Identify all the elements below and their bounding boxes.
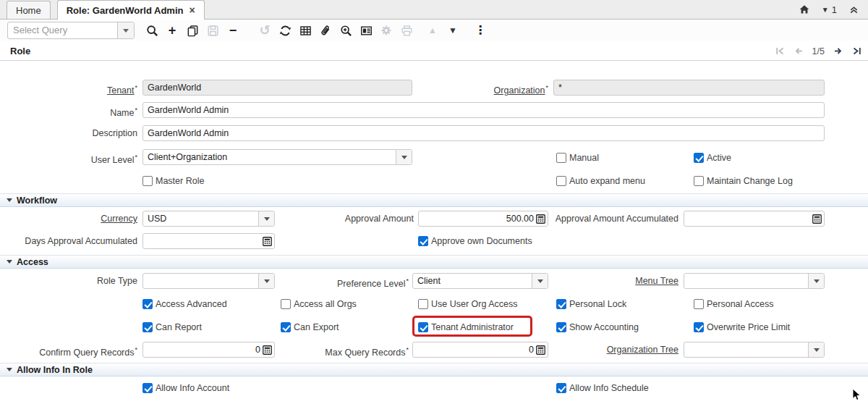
- checkbox-allow-info-schedule[interactable]: Allow Info Schedule: [556, 382, 649, 394]
- record-info-button[interactable]: [356, 21, 376, 40]
- checkbox-tenant-administrator[interactable]: Tenant Administrator: [418, 321, 514, 333]
- tab-role-label: Role: GardenWorld Admin: [67, 5, 184, 16]
- last-record-icon[interactable]: [851, 46, 862, 56]
- checkbox-personal-access[interactable]: Personal Access: [694, 298, 773, 310]
- checkbox-box[interactable]: [694, 153, 704, 163]
- refresh-button[interactable]: [275, 21, 295, 40]
- checkbox-box[interactable]: [694, 322, 704, 332]
- checkbox-box[interactable]: [418, 299, 428, 309]
- checkbox-box[interactable]: [694, 299, 704, 309]
- close-tab-icon[interactable]: ×: [189, 5, 195, 15]
- attachment-button[interactable]: [315, 21, 336, 40]
- gear-icon: [380, 25, 392, 36]
- checkbox-access-all-orgs[interactable]: Access all Orgs: [281, 298, 357, 310]
- checkbox-master-role[interactable]: Master Role: [142, 175, 204, 187]
- checkbox-active[interactable]: Active: [694, 152, 731, 164]
- calculator-icon[interactable]: [812, 214, 822, 224]
- checkbox-box[interactable]: [556, 153, 566, 163]
- section-workflow[interactable]: Workflow: [0, 193, 868, 207]
- arrow-up-icon: ▲: [428, 26, 437, 35]
- checkbox-maintain-change-log[interactable]: Maintain Change Log: [694, 175, 793, 187]
- tab-bar: Home Role: GardenWorld Admin ×: [0, 0, 868, 20]
- checkbox-box[interactable]: [142, 176, 153, 186]
- checkbox-manual[interactable]: Manual: [556, 152, 599, 164]
- zoom-in-icon: [340, 25, 352, 37]
- organization-tree-label[interactable]: Organization Tree: [535, 342, 678, 358]
- checkbox-access-advanced[interactable]: Access Advanced: [142, 298, 227, 310]
- preference-level-select[interactable]: Client: [412, 273, 548, 289]
- menu-tree-select[interactable]: [684, 273, 825, 289]
- tenant-label[interactable]: Tenant*: [0, 80, 137, 96]
- role-type-select[interactable]: [142, 273, 275, 289]
- parent-record-button: ▲: [422, 21, 443, 40]
- description-field[interactable]: GardenWorld Admin: [142, 125, 825, 141]
- checkbox-box[interactable]: [694, 176, 704, 186]
- tab-home[interactable]: Home: [7, 1, 51, 19]
- home-icon[interactable]: [799, 4, 810, 15]
- checkbox-auto-expand-menu[interactable]: Auto expand menu: [556, 175, 645, 187]
- find-record-button[interactable]: [142, 21, 162, 40]
- delete-record-button[interactable]: −: [223, 21, 243, 40]
- section-allow-info-in-role[interactable]: Allow Info In Role: [0, 363, 868, 376]
- record-position: 1/5: [812, 46, 825, 56]
- new-record-button[interactable]: +: [162, 21, 182, 40]
- select-query-dropdown-icon[interactable]: [117, 22, 134, 38]
- dropdown-arrow-icon[interactable]: [808, 274, 824, 288]
- save-icon: [207, 25, 219, 37]
- select-query-combobox[interactable]: Select Query: [7, 22, 135, 39]
- confirm-query-records-field[interactable]: 0: [142, 342, 275, 358]
- name-field[interactable]: GardenWorld Admin: [142, 102, 825, 118]
- checkbox-can-report[interactable]: Can Report: [142, 321, 202, 333]
- printer-icon: [401, 25, 413, 37]
- name-value: GardenWorld Admin: [143, 105, 824, 115]
- menu-tree-label[interactable]: Menu Tree: [535, 273, 678, 289]
- calculator-icon[interactable]: [263, 345, 272, 355]
- name-label: Name*: [0, 102, 137, 118]
- window-header-row: Role 1/5: [0, 41, 868, 61]
- approval-amount-label: Approval Amount: [275, 211, 414, 227]
- dropdown-arrow-icon[interactable]: [396, 150, 412, 164]
- dropdown-arrow-icon[interactable]: [808, 342, 824, 357]
- copy-record-button[interactable]: [182, 21, 203, 40]
- organization-label[interactable]: Organization*: [405, 80, 548, 96]
- more-actions-button[interactable]: ⋮: [470, 21, 490, 40]
- checkbox-box[interactable]: [556, 383, 566, 393]
- checkbox-show-accounting[interactable]: Show Accounting: [556, 321, 639, 333]
- zoom-across-button[interactable]: [336, 21, 356, 40]
- checkbox-box[interactable]: [556, 322, 566, 332]
- calculator-icon[interactable]: [263, 237, 272, 246]
- dropdown-arrow-icon[interactable]: [258, 274, 274, 288]
- currency-select[interactable]: USD: [142, 211, 275, 227]
- window-selector[interactable]: ▼ 1: [822, 4, 837, 15]
- max-query-records-label: Max Query Records*: [275, 342, 409, 358]
- checkbox-personal-lock[interactable]: Personal Lock: [556, 298, 626, 310]
- section-access[interactable]: Access: [0, 255, 868, 269]
- checkbox-box[interactable]: [142, 322, 153, 332]
- checkbox-box[interactable]: [281, 299, 291, 309]
- checkbox-box[interactable]: [142, 383, 153, 393]
- checkbox-approve-own-documents[interactable]: Approve own Documents: [418, 235, 532, 247]
- detail-record-button[interactable]: ▼: [443, 21, 463, 40]
- next-record-icon[interactable]: [833, 46, 843, 56]
- checkbox-box[interactable]: [142, 299, 153, 309]
- checkbox-box[interactable]: [418, 322, 428, 332]
- checkbox-overwrite-price-limit[interactable]: Overwrite Price Limit: [694, 321, 790, 333]
- dropdown-arrow-icon[interactable]: [258, 211, 274, 226]
- currency-label[interactable]: Currency: [0, 211, 137, 227]
- checkbox-box[interactable]: [281, 322, 291, 332]
- checkbox-can-export[interactable]: Can Export: [281, 321, 339, 333]
- checkbox-use-user-org-access[interactable]: Use User Org Access: [418, 298, 517, 310]
- collapse-header-icon[interactable]: [848, 4, 859, 15]
- checkbox-box[interactable]: [418, 236, 428, 246]
- grid-toggle-button[interactable]: [295, 21, 315, 40]
- user-level-select[interactable]: Client+Organization: [142, 149, 412, 165]
- max-query-records-field[interactable]: 0: [412, 342, 548, 358]
- checkbox-box[interactable]: [556, 176, 566, 186]
- description-label: Description: [0, 125, 137, 141]
- organization-tree-select[interactable]: [684, 342, 825, 358]
- checkbox-box[interactable]: [556, 299, 566, 309]
- days-approval-accumulated-field[interactable]: [142, 233, 275, 249]
- approval-amount-accumulated-field[interactable]: [684, 211, 825, 227]
- checkbox-allow-info-account[interactable]: Allow Info Account: [142, 382, 229, 394]
- tab-role-gardenworld-admin[interactable]: Role: GardenWorld Admin ×: [57, 0, 205, 20]
